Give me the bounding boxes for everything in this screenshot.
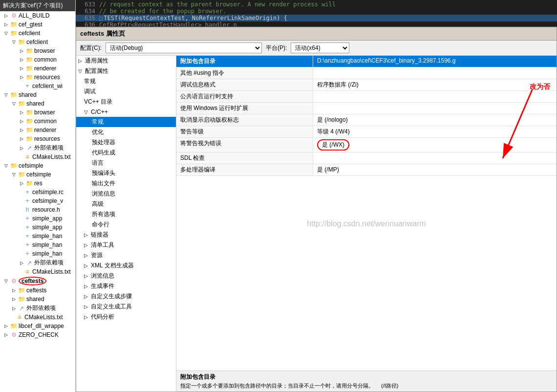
item-label: shared — [26, 296, 44, 303]
item-label: CMakeLists.txt — [32, 153, 71, 160]
props-tree-browse2[interactable]: ▷ 浏览信息 — [76, 271, 176, 281]
prop-name: 多处理器编译 — [176, 164, 313, 175]
props-tree-vcpp[interactable]: VC++ 目录 — [76, 97, 176, 107]
tree-item-cefsimple-folder[interactable]: ▽ 📁 cefsimple — [0, 170, 75, 179]
prop-value-text: 是 (/nologo) — [317, 116, 348, 123]
expand-toggle: ▷ — [18, 65, 25, 72]
folder-icon: 📁 — [25, 65, 33, 72]
dialog-body: ▷ 通用属性 ▽ 配置属性 常规 调试 VC++ 目录 ▽ — [76, 56, 557, 392]
props-tree-language[interactable]: 语言 — [76, 158, 176, 168]
item-label: browser — [34, 47, 55, 54]
platform-select[interactable]: 活动(x64) — [291, 43, 349, 53]
prop-row-using: 其他 #using 指令 — [176, 67, 557, 79]
tree-item-simple-app1[interactable]: + simple_app — [0, 214, 75, 223]
folder-icon: 📁 — [25, 126, 33, 134]
props-tree-build-events[interactable]: ▷ 生成事件 — [76, 281, 176, 291]
item-label: 外部依赖项 — [34, 144, 64, 152]
prop-row-mp: 多处理器编译 是 (/MP) — [176, 164, 557, 176]
spacer — [18, 82, 23, 90]
tree-item-cmake-ceftests[interactable]: ≡ CMakeLists.txt — [0, 313, 75, 322]
tree-item-common[interactable]: ▷ 📁 common — [0, 55, 75, 64]
line-number: 636 — [78, 22, 95, 27]
folder-icon: 📁 — [25, 135, 33, 143]
item-label: shared — [26, 100, 44, 107]
props-tree-manifest[interactable]: ▷ 清单工具 — [76, 240, 176, 250]
props-tree-browse[interactable]: 浏览信息 — [76, 189, 176, 199]
expand-arrow: ▷ — [84, 253, 90, 258]
tree-item-shared-browser[interactable]: ▷ 📁 browser — [0, 108, 75, 117]
tree-item-simple-app2[interactable]: + simple_app — [0, 223, 75, 232]
tree-item-cefsimple-root[interactable]: ▽ 📁 cefsimple — [0, 161, 75, 170]
props-tree-advanced[interactable]: 高级 — [76, 199, 176, 209]
props-tree-output[interactable]: 输出文件 — [76, 178, 176, 189]
item-label: resource.h — [32, 206, 60, 213]
tree-item-cefclient-folder[interactable]: ▽ 📁 cefclient — [0, 38, 75, 46]
tree-item-cef-gtest[interactable]: ▷ 📁 cef_gtest — [0, 20, 75, 29]
tree-item-renderer[interactable]: ▷ 📁 renderer — [0, 64, 75, 73]
props-tree-linker[interactable]: ▷ 链接器 — [76, 230, 176, 240]
spacer — [18, 206, 23, 214]
props-tree-code-analysis[interactable]: ▷ 代码分析 — [76, 312, 176, 322]
ref-icon: ↗ — [25, 144, 33, 152]
props-tree-resources2[interactable]: ▷ 资源 — [76, 250, 176, 261]
tree-item-res[interactable]: ▷ 📁 res — [0, 179, 75, 188]
tree-item-resource-h[interactable]: h resource.h — [0, 205, 75, 214]
code-keyword: □ — [99, 15, 103, 22]
tree-item-cefclient-root[interactable]: ▽ 📁 cefclient — [0, 29, 75, 38]
tree-item-shared-renderer[interactable]: ▷ 📁 renderer — [0, 126, 75, 134]
tree-item-libcef[interactable]: ▷ 📁 libcef_dll_wrappe — [0, 322, 75, 330]
props-tree-custom-build[interactable]: ▷ 自定义生成步骤 — [76, 291, 176, 302]
cpp-icon: + — [23, 241, 31, 249]
tree-item-cefclient-wi[interactable]: + cefclient_wi — [0, 82, 75, 90]
expand-arrow: ▷ — [84, 294, 90, 299]
config-select[interactable]: 活动(Debug) — [106, 43, 262, 53]
tree-item-shared-folder[interactable]: ▽ 📁 shared — [0, 99, 75, 108]
expand-toggle: ▷ — [18, 56, 25, 64]
tree-item-all-build[interactable]: ▷ ⚙ ALL_BUILD — [0, 11, 75, 20]
tree-item-shared-resources[interactable]: ▷ 📁 resources — [0, 134, 75, 143]
tree-item-shared-inner[interactable]: ▷ 📁 shared — [0, 295, 75, 304]
props-tree-general[interactable]: ▷ 通用属性 — [76, 56, 176, 66]
props-tree-xml[interactable]: ▷ XML 文档生成器 — [76, 261, 176, 271]
tree-item-ceftests-folder[interactable]: ▷ 📁 ceftests — [0, 286, 75, 295]
props-tree-config[interactable]: ▽ 配置属性 — [76, 66, 176, 76]
tree-item-cmake-cefsimple[interactable]: ≡ CMakeLists.txt — [0, 267, 75, 276]
tree-item-simple-han2[interactable]: + simple_han — [0, 240, 75, 249]
cpp-icon: + — [23, 223, 31, 231]
expand-toggle: ▷ — [18, 109, 25, 116]
props-tree-optimize[interactable]: 优化 — [76, 127, 176, 137]
props-tree-codegen[interactable]: 代码生成 — [76, 148, 176, 158]
item-label: cef_gtest — [19, 21, 43, 28]
tree-item-cefsimple-deps[interactable]: ▷ ↗ 外部依赖项 — [0, 258, 75, 267]
prop-name: 取消显示启动版权标志 — [176, 114, 313, 126]
props-tree-precompiled[interactable]: 预编译头 — [76, 168, 176, 178]
spacer — [18, 241, 23, 249]
props-tree-label: 通用属性 — [85, 57, 108, 65]
tree-item-shared-common[interactable]: ▷ 📁 common — [0, 117, 75, 126]
item-label: simple_han — [32, 241, 62, 248]
tree-item-ceftests-deps[interactable]: ▷ ↗ 外部依赖项 — [0, 304, 75, 313]
tree-item-simple-han1[interactable]: + simple_han — [0, 232, 75, 240]
expand-toggle: ▷ — [18, 73, 25, 81]
expand-toggle: ▷ — [18, 179, 25, 187]
props-tree-general2[interactable]: 常规 — [76, 76, 176, 87]
tree-item-zero-check[interactable]: ▷ ⚙ ZERO_CHECK — [0, 330, 75, 339]
props-tree-all-options[interactable]: 所有选项 — [76, 209, 176, 219]
props-tree-custom-tools[interactable]: ▷ 自定义生成工具 — [76, 302, 176, 312]
props-tree-cpp[interactable]: ▽ C/C++ — [76, 107, 176, 117]
tree-item-wai-deps[interactable]: ▷ ↗ 外部依赖项 — [0, 143, 75, 152]
tree-item-simple-han3[interactable]: + simple_han — [0, 249, 75, 258]
tree-item-ceftests-root[interactable]: ▽ ⚙ ceftests — [0, 276, 75, 286]
props-tree-debug[interactable]: 调试 — [76, 87, 176, 97]
tree-item-cefsimple-rc[interactable]: + cefsimple.rc — [0, 188, 75, 196]
props-tree-cmdline[interactable]: 命令行 — [76, 219, 176, 230]
header-icon: h — [23, 206, 31, 214]
props-tree-cpp-general[interactable]: 常规 — [76, 117, 176, 127]
tree-item-shared-root[interactable]: ▽ 📁 shared — [0, 90, 75, 99]
tree-item-browser[interactable]: ▷ 📁 browser — [0, 46, 75, 55]
tree-item-resources[interactable]: ▷ 📁 resources — [0, 73, 75, 82]
tree-item-cefsimple-v[interactable]: + cefsimple_v — [0, 196, 75, 205]
folder-icon: 📁 — [10, 29, 18, 37]
props-tree-preprocessor[interactable]: 预处理器 — [76, 137, 176, 148]
tree-item-cmake-shared[interactable]: ≡ CMakeLists.txt — [0, 152, 75, 161]
